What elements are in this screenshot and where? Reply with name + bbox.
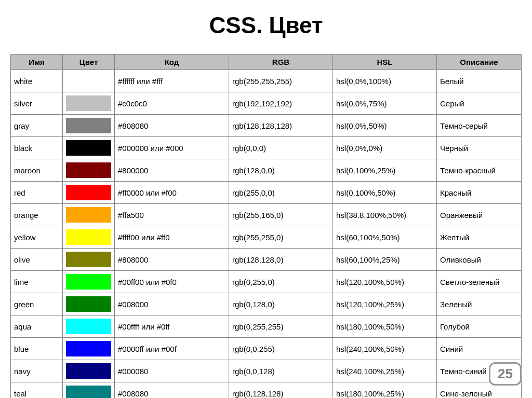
cell-hsl: hsl(120,100%,25%): [333, 293, 437, 315]
cell-name: silver: [11, 92, 63, 115]
cell-rgb: rgb(192,192,192): [229, 92, 333, 115]
cell-hsl: hsl(120,100%,50%): [333, 271, 437, 293]
header-hsl: HSL: [333, 54, 437, 70]
cell-hsl: hsl(60,100%,50%): [333, 226, 437, 249]
cell-code: #008000: [115, 293, 229, 315]
cell-name: teal: [11, 382, 63, 399]
cell-rgb: rgb(0,0,0): [229, 137, 333, 159]
cell-rgb: rgb(255,0,0): [229, 182, 333, 204]
table-row: yellow#ffff00 или #ff0rgb(255,255,0)hsl(…: [11, 226, 522, 249]
cell-rgb: rgb(0,0,255): [229, 338, 333, 360]
cell-swatch: [63, 182, 115, 204]
cell-desc: Светло-зеленый: [437, 271, 522, 293]
cell-code: #808080: [115, 115, 229, 137]
color-swatch: [66, 185, 111, 200]
cell-name: maroon: [11, 159, 63, 182]
cell-desc: Белый: [437, 70, 522, 92]
cell-name: blue: [11, 338, 63, 360]
cell-name: gray: [11, 115, 63, 137]
cell-code: #ffffff или #fff: [115, 70, 229, 92]
table-row: lime#00ff00 или #0f0rgb(0,255,0)hsl(120,…: [11, 271, 522, 293]
table-row: silver#c0c0c0rgb(192,192,192)hsl(0,0%,75…: [11, 92, 522, 115]
color-swatch: [66, 319, 111, 334]
cell-name: black: [11, 137, 63, 159]
cell-swatch: [63, 293, 115, 315]
table-row: red#ff0000 или #f00rgb(255,0,0)hsl(0,100…: [11, 182, 522, 204]
table-row: teal#008080rgb(0,128,128)hsl(180,100%,25…: [11, 382, 522, 399]
color-swatch: [66, 341, 111, 356]
cell-rgb: rgb(128,128,128): [229, 115, 333, 137]
cell-hsl: hsl(0,0%,0%): [333, 137, 437, 159]
cell-hsl: hsl(240,100%,25%): [333, 360, 437, 382]
color-swatch: [66, 140, 111, 156]
color-swatch: [66, 252, 111, 267]
cell-desc: Черный: [437, 137, 522, 159]
cell-swatch: [63, 382, 115, 399]
cell-rgb: rgb(255,255,0): [229, 226, 333, 249]
cell-code: #c0c0c0: [115, 92, 229, 115]
cell-name: olive: [11, 249, 63, 271]
color-swatch: [66, 118, 111, 133]
cell-desc: Серый: [437, 92, 522, 115]
color-swatch: [66, 95, 111, 111]
cell-code: #808000: [115, 249, 229, 271]
cell-rgb: rgb(255,165,0): [229, 204, 333, 226]
table-row: olive#808000rgb(128,128,0)hsl(60,100%,25…: [11, 249, 522, 271]
cell-hsl: hsl(0,100%,25%): [333, 159, 437, 182]
cell-hsl: hsl(240,100%,50%): [333, 338, 437, 360]
cell-desc: Оранжевый: [437, 204, 522, 226]
cell-hsl: hsl(0,0%,75%): [333, 92, 437, 115]
table-row: navy#000080rgb(0,0,128)hsl(240,100%,25%)…: [11, 360, 522, 382]
cell-code: #00ffff или #0ff: [115, 315, 229, 338]
cell-name: lime: [11, 271, 63, 293]
cell-hsl: hsl(180,100%,25%): [333, 382, 437, 399]
cell-rgb: rgb(255,255,255): [229, 70, 333, 92]
table-row: white#ffffff или #fffrgb(255,255,255)hsl…: [11, 70, 522, 92]
cell-name: yellow: [11, 226, 63, 249]
color-table: Имя Цвет Код RGB HSL Описание white#ffff…: [10, 54, 522, 398]
cell-code: #00ff00 или #0f0: [115, 271, 229, 293]
cell-desc: Оливковый: [437, 249, 522, 271]
cell-swatch: [63, 249, 115, 271]
cell-desc: Красный: [437, 182, 522, 204]
table-row: green#008000rgb(0,128,0)hsl(120,100%,25%…: [11, 293, 522, 315]
cell-code: #000080: [115, 360, 229, 382]
header-name: Имя: [11, 54, 63, 70]
cell-rgb: rgb(0,255,0): [229, 271, 333, 293]
cell-desc: Темно-красный: [437, 159, 522, 182]
cell-hsl: hsl(60,100%,25%): [333, 249, 437, 271]
cell-swatch: [63, 271, 115, 293]
page-title: CSS. Цвет: [10, 12, 522, 38]
cell-hsl: hsl(180,100%,50%): [333, 315, 437, 338]
cell-swatch: [63, 137, 115, 159]
cell-desc: Голубой: [437, 315, 522, 338]
header-rgb: RGB: [229, 54, 333, 70]
cell-rgb: rgb(0,128,0): [229, 293, 333, 315]
color-swatch: [66, 386, 111, 398]
cell-code: #0000ff или #00f: [115, 338, 229, 360]
cell-name: orange: [11, 204, 63, 226]
color-swatch: [66, 207, 111, 223]
cell-code: #000000 или #000: [115, 137, 229, 159]
cell-desc: Синий: [437, 338, 522, 360]
header-swatch: Цвет: [63, 54, 115, 70]
color-swatch: [66, 274, 111, 290]
cell-code: #ffff00 или #ff0: [115, 226, 229, 249]
cell-swatch: [63, 115, 115, 137]
cell-rgb: rgb(0,0,128): [229, 360, 333, 382]
cell-name: green: [11, 293, 63, 315]
cell-desc: Зеленый: [437, 293, 522, 315]
cell-code: #008080: [115, 382, 229, 399]
color-swatch: [66, 73, 111, 89]
cell-desc: Желтый: [437, 226, 522, 249]
page-number-badge: 25: [489, 362, 522, 386]
cell-swatch: [63, 360, 115, 382]
cell-rgb: rgb(0,128,128): [229, 382, 333, 399]
color-swatch: [66, 363, 111, 379]
header-desc: Описание: [437, 54, 522, 70]
cell-code: #800000: [115, 159, 229, 182]
cell-swatch: [63, 92, 115, 115]
cell-swatch: [63, 226, 115, 249]
cell-hsl: hsl(0,0%,100%): [333, 70, 437, 92]
header-code: Код: [115, 54, 229, 70]
